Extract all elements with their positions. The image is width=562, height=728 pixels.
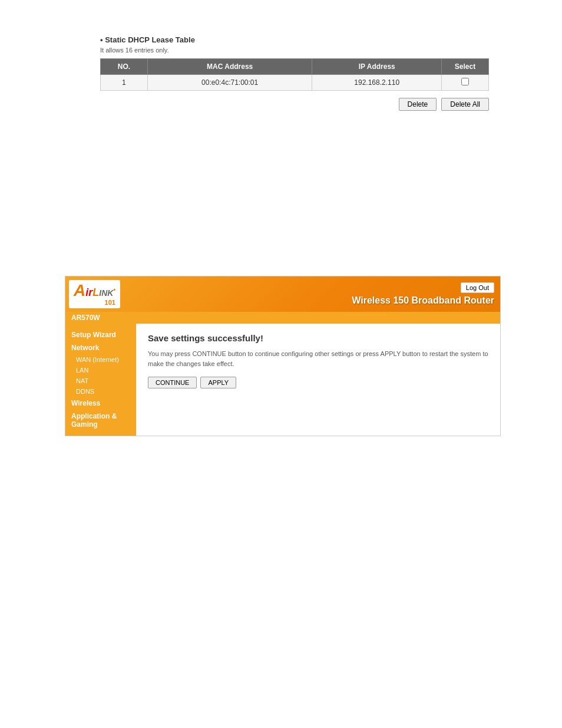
logout-button[interactable]: Log Out (461, 282, 494, 293)
sidebar-subitem-nat[interactable]: NAT (65, 375, 136, 386)
section-subtitle: It allows 16 entries only. (100, 47, 562, 54)
save-success-title: Save settings successfully! (148, 333, 488, 343)
table-buttons: Delete Delete All (100, 98, 489, 111)
router-ui: A irLINK• 101 Log Out Wireless 150 Broad… (65, 276, 501, 436)
router-sidebar: Setup Wizard Network WAN (Internet) LAN … (65, 324, 136, 436)
sidebar-subitem-wan[interactable]: WAN (Internet) (65, 354, 136, 365)
router-header: A irLINK• 101 Log Out Wireless 150 Broad… (65, 276, 500, 312)
delete-all-button[interactable]: Delete All (441, 98, 489, 111)
col-mac: MAC Address (147, 59, 312, 75)
sidebar-item-network[interactable]: Network (65, 341, 136, 354)
col-no: NO. (101, 59, 148, 75)
section-title: Static DHCP Lease Table (100, 35, 562, 44)
model-bar: AR570W (65, 312, 500, 324)
save-success-desc: You may press CONTINUE button to continu… (148, 349, 488, 368)
product-name: Wireless 150 Broadband Router (352, 295, 494, 306)
sidebar-item-wireless[interactable]: Wireless (65, 397, 136, 410)
col-ip: IP Address (312, 59, 442, 75)
top-section: Static DHCP Lease Table It allows 16 ent… (0, 0, 562, 111)
router-body: Setup Wizard Network WAN (Internet) LAN … (65, 324, 500, 436)
action-buttons: CONTINUE APPLY (148, 377, 488, 388)
logo-irlink: irLINK• (85, 287, 115, 298)
delete-button[interactable]: Delete (399, 98, 437, 111)
header-right: Log Out Wireless 150 Broadband Router (352, 282, 494, 306)
table-row: 1 00:e0:4c:71:00:01 192.168.2.110 (101, 75, 489, 91)
sidebar-item-app-gaming[interactable]: Application & Gaming (65, 410, 136, 431)
select-checkbox[interactable] (461, 78, 469, 85)
logo-text-block: A irLINK• 101 (74, 282, 115, 306)
logo-top-row: A irLINK• (74, 282, 115, 299)
router-logo: A irLINK• 101 (69, 280, 120, 308)
apply-button[interactable]: APPLY (200, 377, 236, 388)
sidebar-subitem-ddns[interactable]: DDNS (65, 386, 136, 397)
router-main: Save settings successfully! You may pres… (136, 324, 500, 436)
row-select[interactable] (442, 75, 489, 91)
dhcp-table: NO. MAC Address IP Address Select 1 00:e… (100, 58, 489, 91)
row-ip: 192.168.2.110 (312, 75, 442, 91)
sidebar-subitem-lan[interactable]: LAN (65, 365, 136, 375)
sidebar-item-setup-wizard[interactable]: Setup Wizard (65, 328, 136, 341)
continue-button[interactable]: CONTINUE (148, 377, 197, 388)
logo-a: A (74, 282, 85, 299)
row-mac: 00:e0:4c:71:00:01 (147, 75, 312, 91)
col-select: Select (442, 59, 489, 75)
logo-101: 101 (74, 299, 115, 306)
row-no: 1 (101, 75, 148, 91)
